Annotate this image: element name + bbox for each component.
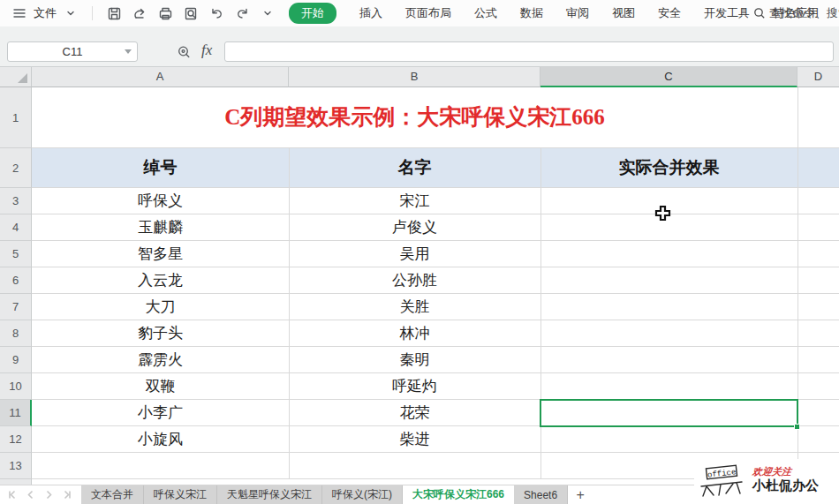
row-header-13[interactable]: 13 — [0, 453, 32, 479]
row-header-4[interactable]: 4 — [0, 214, 32, 241]
save-icon[interactable] — [105, 4, 123, 22]
cell-a5[interactable]: 智多星 — [32, 241, 289, 267]
cell-b6[interactable]: 公孙胜 — [289, 267, 540, 293]
tab-view[interactable]: 视图 — [612, 5, 635, 21]
row-header-9[interactable]: 9 — [0, 347, 32, 373]
cell-a7[interactable]: 大刀 — [32, 294, 289, 320]
cell-b5[interactable]: 吴用 — [289, 241, 540, 267]
grid-row-8: 豹子头 林冲 — [32, 320, 839, 347]
toolbar-more-icon[interactable] — [259, 4, 276, 22]
tab-security[interactable]: 安全 — [658, 5, 681, 21]
hamburger-icon[interactable] — [11, 4, 28, 22]
active-cell-selection[interactable] — [540, 399, 798, 427]
watermark-channel-name: 小杜侃办公 — [752, 478, 819, 493]
divider — [92, 6, 93, 20]
office-sketch-logo: office — [698, 462, 752, 497]
sheet-tab-active[interactable]: 大宋呼保义宋江666 — [403, 485, 514, 504]
row-header-10[interactable]: 10 — [0, 373, 32, 400]
column-header-c[interactable]: C — [540, 67, 797, 87]
row-header-2[interactable]: 2 — [0, 148, 32, 188]
cell-b4[interactable]: 卢俊义 — [289, 214, 540, 240]
sheet-tab-sheet6[interactable]: Sheet6 — [514, 485, 568, 504]
cell-a4[interactable]: 玉麒麟 — [32, 214, 289, 240]
grid-row-9: 霹雳火 秦明 — [32, 347, 839, 373]
print-preview-icon[interactable] — [182, 4, 200, 22]
header-cell-merge-result[interactable]: 实际合并效果 — [540, 148, 797, 187]
cell-b10[interactable]: 呼延灼 — [289, 373, 540, 399]
cell-b8[interactable]: 林冲 — [289, 320, 540, 346]
name-box-caret-icon[interactable] — [125, 49, 132, 54]
chevron-down-icon[interactable] — [62, 4, 79, 22]
cell-b12[interactable]: 柴进 — [289, 426, 540, 452]
sheet-tab-hubaoyi-songjiang[interactable]: 呼保义宋江 — [144, 485, 217, 504]
formula-input[interactable] — [224, 41, 834, 62]
tab-review[interactable]: 审阅 — [566, 5, 589, 21]
print-icon[interactable] — [156, 4, 174, 22]
row-header-7[interactable]: 7 — [0, 294, 32, 320]
prev-sheet-icon[interactable] — [26, 490, 35, 500]
row-header-5[interactable]: 5 — [0, 241, 32, 267]
row-header-11[interactable]: 11 — [0, 400, 32, 426]
cell-a3[interactable]: 呼保义 — [32, 188, 289, 214]
sheet-nav — [0, 485, 81, 504]
row-header-8[interactable]: 8 — [0, 320, 32, 347]
cell-a10[interactable]: 双鞭 — [32, 373, 289, 399]
cell-a8[interactable]: 豹子头 — [32, 320, 289, 346]
undo-icon[interactable] — [208, 4, 225, 22]
header-cell-name[interactable]: 名字 — [289, 148, 540, 187]
sheet-tab-hubaoyi-paren[interactable]: 呼保义(宋江) — [322, 485, 403, 504]
grid-row-7: 大刀 关胜 — [32, 294, 839, 320]
grid-row-4: 玉麒麟 卢俊义 — [32, 214, 839, 241]
file-menu[interactable]: 文件 — [34, 5, 57, 21]
grid-row-1: C列期望效果示例：大宋呼保义宋江666 — [32, 87, 839, 148]
select-all-triangle-icon — [18, 73, 27, 83]
tab-data[interactable]: 数据 — [520, 5, 543, 21]
row-header-1[interactable]: 1 — [0, 87, 32, 148]
magnifier-icon[interactable] — [175, 43, 193, 61]
row-header-12[interactable]: 12 — [0, 426, 32, 453]
column-header-d[interactable]: D — [797, 67, 839, 87]
last-sheet-icon[interactable] — [63, 490, 72, 500]
cell-a11[interactable]: 小李广 — [32, 400, 289, 425]
name-box[interactable]: C11 — [7, 41, 138, 62]
cell-a6[interactable]: 入云龙 — [32, 267, 289, 293]
redo-icon[interactable] — [233, 4, 251, 22]
header-cell-nickname[interactable]: 绰号 — [32, 148, 289, 187]
channel-watermark: office 欢迎关注 小杜侃办公 — [694, 459, 839, 500]
command-search[interactable]: 查找命令、搜索 — [753, 0, 839, 26]
title-cell[interactable]: C列期望效果示例：大宋呼保义宋江666 — [32, 87, 797, 147]
cell-a12[interactable]: 小旋风 — [32, 426, 289, 452]
grid-row-6: 入云龙 公孙胜 — [32, 267, 839, 294]
select-all-corner[interactable] — [0, 67, 32, 87]
row-header-3[interactable]: 3 — [0, 188, 32, 214]
grid-row-3: 呼保义 宋江 — [32, 188, 839, 214]
sheet-tab-text-merge[interactable]: 文本合并 — [81, 485, 144, 504]
column-header-b[interactable]: B — [289, 67, 540, 87]
first-sheet-icon[interactable] — [7, 490, 17, 500]
office-logo-text: office — [707, 468, 737, 479]
tab-formulas[interactable]: 公式 — [474, 5, 497, 21]
search-placeholder: 查找命令、搜索 — [769, 5, 839, 21]
fx-label[interactable]: fx — [201, 41, 212, 59]
quick-access-toolbar — [105, 4, 276, 22]
fill-handle[interactable] — [794, 424, 800, 430]
tab-home[interactable]: 开始 — [289, 3, 336, 24]
grid-row-5: 智多星 吴用 — [32, 241, 839, 267]
cell-b7[interactable]: 关胜 — [289, 294, 540, 320]
grid-row-12: 小旋风 柴进 — [32, 426, 839, 453]
tab-insert[interactable]: 插入 — [359, 5, 382, 21]
gridline-bc — [540, 148, 541, 479]
cell-b9[interactable]: 秦明 — [289, 347, 540, 372]
name-box-value: C11 — [63, 45, 83, 58]
add-sheet-button[interactable]: + — [568, 485, 593, 504]
cell-b11[interactable]: 花荣 — [289, 400, 540, 425]
export-icon[interactable] — [131, 4, 148, 22]
tab-page-layout[interactable]: 页面布局 — [405, 5, 451, 21]
cell-a9[interactable]: 霹雳火 — [32, 347, 289, 372]
sheet-tab-tiankuixing[interactable]: 天魁星呼保义宋江 — [217, 485, 322, 504]
row-header-6[interactable]: 6 — [0, 267, 32, 294]
next-sheet-icon[interactable] — [44, 490, 54, 500]
column-header-a[interactable]: A — [32, 67, 289, 87]
cell-b3[interactable]: 宋江 — [289, 188, 540, 214]
tab-developer[interactable]: 开发工具 — [704, 5, 750, 21]
